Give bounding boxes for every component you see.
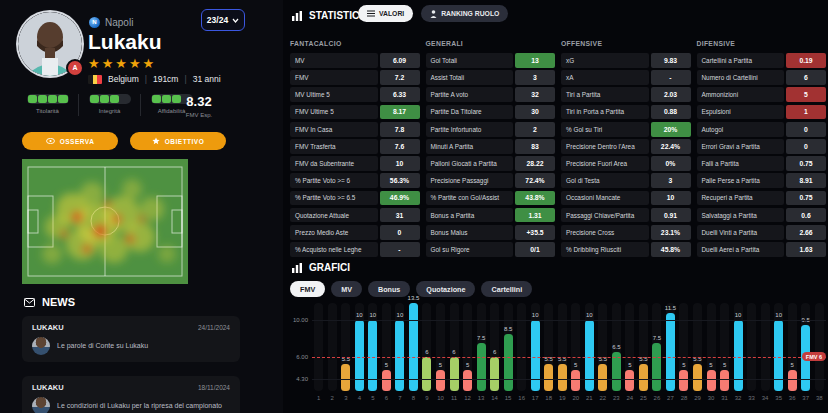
stat-value: 0.91	[651, 208, 691, 223]
x-axis-tick: 22	[596, 395, 610, 401]
team-row[interactable]: N Napoli	[89, 17, 133, 28]
season-value: 23/24	[207, 15, 228, 25]
column-header: FANTACALCIO	[290, 40, 420, 53]
stat-label: % Partite Voto >= 6.5	[290, 191, 378, 206]
chart-tab-cartellini[interactable]: Cartellini	[481, 281, 532, 297]
eye-icon	[46, 138, 55, 144]
list-icon	[367, 10, 375, 17]
bar-value-label: 13.5	[402, 295, 424, 301]
heatmap-pitch	[22, 159, 188, 284]
meter-divider	[78, 94, 79, 116]
stat-value: 1.63	[786, 242, 826, 257]
bar-giornata-4	[355, 320, 364, 391]
bar-giornata-12	[463, 370, 472, 391]
stat-label: % Dribbling Riusciti	[561, 242, 649, 257]
x-axis-tick: 5	[366, 395, 380, 401]
bar-giornata-20	[571, 370, 580, 391]
stat-row: xG9.83	[561, 53, 691, 68]
stats-view-button-ranking-ruolo[interactable]: RANKING RUOLO	[421, 5, 508, 22]
bar-value-label: 11.5	[659, 305, 681, 311]
bar-giornata-15	[504, 334, 513, 391]
stat-row: Passaggi Chiave/Partita0.91	[561, 208, 691, 223]
osserva-button[interactable]: OSSERVA	[22, 132, 118, 150]
news-item[interactable]: LUKAKU18/11/2024Le condizioni di Lukaku …	[22, 376, 240, 413]
stat-value: 0	[786, 122, 826, 137]
stat-row: % Gol su Tiri20%	[561, 122, 691, 137]
bar-giornata-23	[612, 352, 621, 391]
stat-row: Partite Da Titolare30	[426, 105, 556, 120]
stat-label: Occasioni Mancate	[561, 191, 649, 206]
x-axis-tick: 14	[488, 395, 502, 401]
stat-label: Duelli Vinti a Partita	[697, 225, 785, 240]
y-axis-tick: 4.30	[285, 376, 308, 382]
fmv-exp-label: FMV Esp.	[172, 112, 226, 118]
bar-value-label: 5	[673, 362, 695, 368]
x-axis-tick: 35	[772, 395, 786, 401]
belgium-flag-icon	[88, 75, 102, 84]
slot-guide	[747, 303, 756, 391]
column-header: GENERALI	[426, 40, 556, 53]
news-item[interactable]: LUKAKU24/11/2024Le parole di Conte su Lu…	[22, 316, 240, 362]
stat-label: Autogol	[697, 122, 785, 137]
stat-label: Tiri in Porta a Partita	[561, 105, 649, 120]
stats-view-button-valori[interactable]: VALORI	[358, 5, 413, 22]
stat-value: 2	[515, 122, 555, 137]
player-bio: Belgium | 191cm | 31 anni	[88, 74, 221, 84]
bar-giornata-5	[368, 320, 377, 391]
x-axis-tick: 8	[406, 395, 420, 401]
chart-tab-fmv[interactable]: FMV	[290, 281, 325, 297]
stat-label: Bonus Malus	[426, 225, 514, 240]
season-select[interactable]: 23/24	[201, 9, 245, 31]
gridline	[312, 320, 826, 321]
stat-label: MV Ultime 5	[290, 87, 378, 102]
chart-tab-quotazione[interactable]: Quotazione	[416, 281, 475, 297]
stat-value: 0.6	[786, 208, 826, 223]
stat-row: Duelli Aerei a Partita1.63	[697, 242, 827, 257]
stat-label: FMV	[290, 70, 378, 85]
stat-row: % Acquisto nelle Leghe-	[290, 242, 420, 257]
x-axis-tick: 23	[609, 395, 623, 401]
stat-row: Partite Infortunato2	[426, 122, 556, 137]
stat-row: Tiri a Partita2.03	[561, 87, 691, 102]
player-meters: TitolaritàIntegritàAffidabilità	[22, 94, 197, 116]
x-axis-tick: 20	[569, 395, 583, 401]
stat-row: Precisione Cross23.1%	[561, 225, 691, 240]
x-axis-tick: 30	[704, 395, 718, 401]
bar-giornata-14	[490, 357, 499, 391]
stat-label: Espulsioni	[697, 105, 785, 120]
stat-value: 10	[651, 191, 691, 206]
bar-giornata-35	[774, 320, 783, 391]
stats-column-fantacalcio: FANTACALCIOMV6.09FMV7.2MV Ultime 56.33FM…	[290, 40, 420, 259]
stat-row: Precisione Passaggi72.4%	[426, 173, 556, 188]
x-axis-tick: 3	[339, 395, 353, 401]
stat-value: 0	[380, 225, 420, 240]
stat-row: Espulsioni1	[697, 105, 827, 120]
news-text: Le condizioni di Lukaku per la ripresa d…	[57, 401, 222, 410]
stat-value: 0.75	[786, 191, 826, 206]
star-icon	[152, 137, 160, 145]
fmv-threshold-line: FMV 6	[312, 357, 826, 358]
stat-row: Occasioni Mancate10	[561, 191, 691, 206]
bar-value-label: 7.5	[646, 335, 668, 341]
stat-label: Precisione Fuori Area	[561, 156, 649, 171]
x-axis-tick: 10	[434, 395, 448, 401]
chart-tab-mv[interactable]: MV	[331, 281, 362, 297]
stat-value: 83	[515, 139, 555, 154]
stat-row: % Partite Voto >= 6.546.9%	[290, 191, 420, 206]
stat-value: 20%	[651, 122, 691, 137]
bar-value-label: 10	[524, 312, 546, 318]
player-panel: A N Napoli 23/24 Lukaku ★★★★★ Belgium | …	[0, 0, 283, 413]
bar-value-label: 6	[416, 349, 438, 355]
stat-row: Bonus a Partita1.31	[426, 208, 556, 223]
stat-label: Numero di Cartellini	[697, 70, 785, 85]
stat-value: 7.6	[380, 139, 420, 154]
bar-value-label: 10	[578, 312, 600, 318]
chart-plot-area: 5.5101051013.565657.568.5105.55.55105.56…	[312, 303, 826, 391]
stat-value: 23.1%	[651, 225, 691, 240]
stat-value: 0.88	[651, 105, 691, 120]
napoli-badge-icon: N	[89, 17, 100, 28]
news-text: Le parole di Conte su Lukaku	[57, 341, 148, 350]
x-axis-tick: 27	[663, 395, 677, 401]
obiettivo-button[interactable]: OBIETTIVO	[130, 132, 226, 150]
news-title: NEWS	[42, 296, 75, 308]
